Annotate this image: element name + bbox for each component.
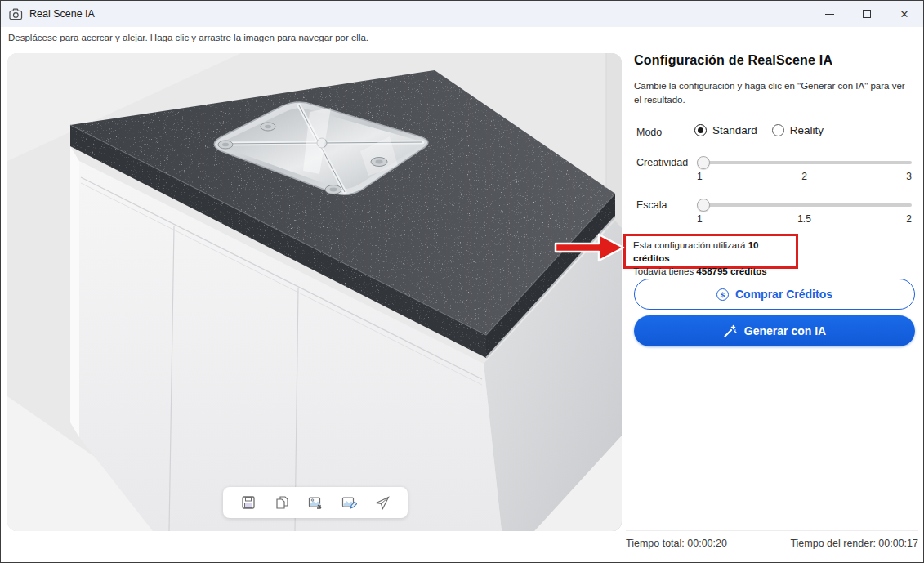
mode-options: Standard Reality [694,124,824,136]
magic-wand-icon [723,324,737,338]
close-button[interactable]: ✕ [886,1,923,27]
radio-reality-label: Reality [790,124,824,136]
radio-reality-circle [772,124,784,136]
tick-label: 2 [801,171,807,182]
minimize-button[interactable] [810,1,848,27]
credits-line-2-bold: 458795 créditos [696,266,766,276]
radio-reality[interactable]: Reality [772,124,824,136]
annotation-arrow-icon [554,231,626,264]
creativity-slider-label: Creatividad [636,157,688,168]
maximize-button[interactable] [848,1,886,27]
tick-label: 3 [906,171,912,182]
titlebar: Real Scene IA ✕ [1,1,923,27]
maximize-icon [863,10,871,18]
tick-label: 1 [697,171,703,182]
buy-credits-button[interactable]: $ Comprar Créditos [634,279,915,310]
kitchen-render [7,53,622,531]
scale-slider-thumb[interactable] [697,199,710,212]
credits-line-2: Todavía tienes 458795 créditos [633,265,796,278]
mode-label: Modo [636,127,662,138]
render-times-footer: Tiempo total: 00:00:20 Tiempo del render… [626,530,918,549]
viewer-hint: Desplácese para acercar y alejar. Haga c… [8,33,368,42]
edit-image-icon[interactable] [341,494,357,511]
panel-title: Configuración de RealScene IA [634,53,832,68]
window-title: Real Scene IA [29,8,95,20]
export-image-icon[interactable] [307,494,324,511]
credits-notice: Esta configuración utilizará 10 créditos… [623,234,798,269]
panel-description: Cambie la configuración y haga clic en "… [634,79,913,108]
tick-label: 1 [697,213,703,225]
viewer-toolbar [223,487,408,518]
creativity-slider-thumb[interactable] [697,156,710,169]
window-controls: ✕ [810,1,923,27]
app-window: Real Scene IA ✕ Desplácese para acercar … [0,0,924,563]
tick-label: 1.5 [797,213,811,225]
camera-app-icon [9,8,23,20]
scale-slider-ticks: 1 1.5 2 [697,213,912,225]
radio-standard[interactable]: Standard [694,124,757,136]
radio-standard-label: Standard [712,124,757,136]
render-time: Tiempo del render: 00:00:17 [790,538,918,549]
generate-ai-label: Generar con IA [744,324,826,337]
tick-label: 2 [906,213,912,225]
buy-credits-label: Comprar Créditos [735,288,832,301]
radio-standard-circle [694,124,707,136]
creativity-slider-ticks: 1 2 3 [697,171,912,182]
credits-line-1: Esta configuración utilizará 10 créditos [633,239,796,265]
render-viewport[interactable] [7,53,622,531]
scale-slider-track[interactable] [697,203,912,207]
dollar-icon: $ [716,288,729,301]
creativity-slider-track[interactable] [697,161,912,164]
save-icon[interactable] [240,494,257,511]
copy-icon[interactable] [274,494,290,511]
credits-line-1-text: Esta configuración utilizará [633,240,748,250]
close-icon: ✕ [900,8,909,20]
minimize-icon [825,14,834,15]
generate-ai-button[interactable]: Generar con IA [634,315,915,346]
send-icon[interactable] [374,494,391,511]
scale-slider-label: Escala [636,199,667,211]
credits-line-2-text: Todavía tienes [633,266,696,276]
total-time: Tiempo total: 00:00:20 [626,538,727,549]
